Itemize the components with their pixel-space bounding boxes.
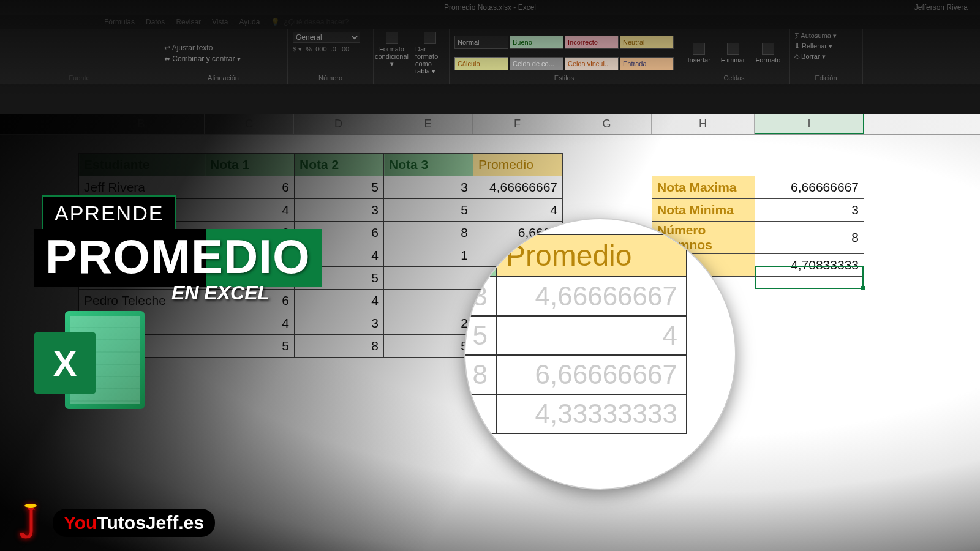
hdr-promedio[interactable]: Promedio bbox=[473, 154, 563, 176]
title-bar: Promedio Notas.xlsx - Excel Jefferson Ri… bbox=[0, 0, 980, 15]
fill-button[interactable]: ⬇ Rellenar ▾ bbox=[794, 42, 832, 50]
insert-button[interactable]: Insertar bbox=[688, 43, 710, 64]
col-header-E[interactable]: E bbox=[383, 114, 473, 134]
hdr-student[interactable]: Estudiante bbox=[79, 154, 205, 176]
summary-value[interactable]: 4,70833333 bbox=[755, 254, 864, 277]
table-format-icon bbox=[424, 32, 436, 44]
ribbon-group-editing: ∑ Autosuma ▾ ⬇ Rellenar ▾ ◇ Borrar ▾ Edi… bbox=[790, 29, 863, 84]
delete-icon bbox=[727, 43, 739, 55]
number-icons[interactable]: $ ▾ % 000 .0 .00 bbox=[293, 45, 368, 53]
insert-icon bbox=[693, 43, 705, 55]
mag-cell: 5 bbox=[466, 316, 497, 355]
wrap-text-button[interactable]: ↩ Ajustar texto bbox=[164, 43, 213, 52]
tab-view[interactable]: Vista bbox=[212, 18, 228, 26]
overlay-promedio-title: PROMEDIO bbox=[34, 229, 322, 287]
tell-me-search[interactable]: 💡 ¿Qué desea hacer? bbox=[271, 18, 349, 26]
summary-value[interactable]: 3 bbox=[755, 199, 864, 222]
style-calculation[interactable]: Cálculo bbox=[454, 57, 508, 70]
overlay-aprende-badge: APRENDE bbox=[42, 195, 176, 232]
style-check-cell[interactable]: Celda de co... bbox=[510, 57, 564, 70]
format-as-table-button[interactable]: Dar formatocomo tabla ▾ bbox=[410, 29, 450, 84]
tell-me-placeholder: ¿Qué desea hacer? bbox=[284, 18, 349, 26]
conditional-format-icon bbox=[386, 32, 398, 44]
svg-point-0 bbox=[24, 504, 37, 508]
ribbon-tabs: Fórmulas Datos Revisar Vista Ayuda 💡 ¿Qu… bbox=[0, 15, 980, 29]
formula-bar-area[interactable] bbox=[0, 84, 980, 114]
channel-watermark: YouTutosJeff.es bbox=[12, 501, 215, 545]
mag-cell: 4,33333333 bbox=[497, 394, 687, 433]
style-bad[interactable]: Incorrecto bbox=[565, 36, 619, 49]
mag-cell: 8 bbox=[466, 355, 497, 394]
col-header-I[interactable]: I bbox=[755, 114, 864, 134]
ribbon-group-cells: Insertar Eliminar Formato Celdas bbox=[679, 29, 790, 84]
style-normal[interactable]: Normal bbox=[454, 36, 508, 49]
col-header-C[interactable]: C bbox=[205, 114, 294, 134]
channel-j-icon bbox=[12, 501, 49, 545]
tab-review[interactable]: Revisar bbox=[176, 18, 201, 26]
summary-label[interactable]: Nota Minima bbox=[652, 199, 755, 222]
lightbulb-icon: 💡 bbox=[271, 18, 280, 26]
col-header-D[interactable]: D bbox=[294, 114, 383, 134]
ribbon-group-font: Fuente bbox=[0, 29, 159, 84]
number-format-select[interactable]: General bbox=[293, 32, 360, 43]
summary-label[interactable]: Nota Maxima bbox=[652, 176, 755, 199]
account-user[interactable]: Jefferson Rivera bbox=[914, 3, 968, 12]
delete-button[interactable]: Eliminar bbox=[721, 43, 745, 64]
format-button[interactable]: Formato bbox=[756, 43, 781, 64]
summary-value[interactable]: 8 bbox=[755, 222, 864, 254]
group-label-font: Fuente bbox=[5, 74, 154, 81]
excel-logo: X bbox=[34, 311, 151, 415]
style-good[interactable]: Bueno bbox=[510, 36, 564, 49]
merge-center-button[interactable]: ⬌ Combinar y centrar ▾ bbox=[164, 54, 241, 63]
style-neutral[interactable]: Neutral bbox=[620, 36, 674, 49]
group-label-alignment: Alineación bbox=[164, 74, 282, 81]
style-input[interactable]: Entrada bbox=[620, 57, 674, 70]
tab-help[interactable]: Ayuda bbox=[239, 18, 260, 26]
mag-cell: 4 bbox=[497, 316, 687, 355]
row-header-gutter[interactable] bbox=[0, 114, 78, 134]
col-header-F[interactable]: F bbox=[473, 114, 562, 134]
conditional-format-button[interactable]: Formatocondicional ▾ bbox=[374, 29, 410, 84]
doc-title: Promedio Notas.xlsx - Excel bbox=[444, 3, 536, 12]
table-header-row: Estudiante Nota 1 Nota 2 Nota 3 Promedio bbox=[79, 154, 563, 176]
group-label-editing: Edición bbox=[794, 74, 858, 81]
hdr-nota1[interactable]: Nota 1 bbox=[205, 154, 295, 176]
style-linked-cell[interactable]: Celda vincul... bbox=[565, 57, 619, 70]
tab-data[interactable]: Datos bbox=[146, 18, 165, 26]
tab-formulas[interactable]: Fórmulas bbox=[104, 18, 135, 26]
column-headers[interactable]: B C D E F G H I bbox=[0, 114, 980, 135]
format-icon bbox=[762, 43, 774, 55]
group-label-number: Número bbox=[293, 74, 368, 81]
group-label-styles: Estilos bbox=[454, 74, 674, 81]
hdr-nota2[interactable]: Nota 2 bbox=[295, 154, 384, 176]
ribbon: Fuente ↩ Ajustar texto ⬌ Combinar y cent… bbox=[0, 29, 980, 84]
col-header-B[interactable]: B bbox=[78, 114, 205, 134]
group-label-cells: Celdas bbox=[684, 74, 784, 81]
autosum-button[interactable]: ∑ Autosuma ▾ bbox=[794, 32, 837, 40]
summary-value[interactable]: 6,66666667 bbox=[755, 176, 864, 199]
excel-x-icon: X bbox=[34, 332, 96, 394]
ribbon-group-alignment: ↩ Ajustar texto ⬌ Combinar y centrar ▾ A… bbox=[159, 29, 288, 84]
col-header-H[interactable]: H bbox=[652, 114, 755, 134]
col-header-G[interactable]: G bbox=[562, 114, 652, 134]
clear-button[interactable]: ◇ Borrar ▾ bbox=[794, 53, 826, 61]
magnifier-zoom: Promedio 34,66666667 54 86,66666667 4,33… bbox=[466, 219, 735, 489]
mag-cell: 4,66666667 bbox=[497, 277, 687, 316]
channel-name: YouTutosJeff.es bbox=[53, 509, 215, 537]
overlay-enexcel-subtitle: EN EXCEL bbox=[172, 282, 270, 304]
ribbon-group-number: General $ ▾ % 000 .0 .00 Número bbox=[288, 29, 374, 84]
mag-cell: 6,66666667 bbox=[497, 355, 687, 394]
hdr-nota3[interactable]: Nota 3 bbox=[384, 154, 473, 176]
ribbon-group-styles: Normal Bueno Incorrecto Neutral Cálculo … bbox=[450, 29, 679, 84]
